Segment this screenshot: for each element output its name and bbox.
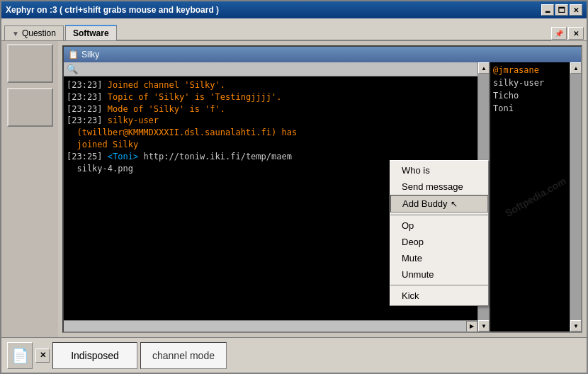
context-menu-unmute[interactable]: Unmute xyxy=(390,266,488,283)
user-list: @jmrasane silky-user Ticho Toni xyxy=(490,62,581,332)
tab-software[interactable]: Software xyxy=(65,25,117,40)
close-item-button[interactable]: ✕ xyxy=(35,348,50,363)
outer-layout: 📋 Silky 🔍 [23:23] Joine xyxy=(1,41,587,337)
tab-software-label: Software xyxy=(73,28,109,38)
userlist-scroll-up[interactable]: ▲ xyxy=(570,62,581,74)
context-menu-mute[interactable]: Mute xyxy=(390,250,488,266)
chat-line-1: [23:23] Joined channel 'Silky'. xyxy=(67,79,475,91)
content-area: 📋 Silky 🔍 [23:23] Joine xyxy=(1,41,587,337)
scroll-down-btn[interactable]: ▼ xyxy=(478,320,490,332)
scroll-right-btn[interactable]: ▶ xyxy=(466,321,477,332)
tab-label: Question xyxy=(22,28,56,38)
context-menu-send-message[interactable]: Send message xyxy=(390,178,488,195)
chat-line-3: [23:23] Mode of 'Silky' is 'f'. xyxy=(67,103,475,115)
chat-line-4: [23:23] silky-user (twillber@KMMMDXXXII.… xyxy=(67,115,475,150)
context-menu-sep-1 xyxy=(390,215,488,215)
inner-title-text: Silky xyxy=(81,50,99,60)
icon-panel-2 xyxy=(7,88,53,127)
context-menu-kick[interactable]: Kick xyxy=(390,288,488,304)
bottom-toolbar: 📄 ✕ Indisposed channel mode xyxy=(1,337,587,373)
user-list-container: Softpedia.com @jmrasane silky-user Ticho… xyxy=(489,62,581,332)
tab-arrow-icon: ▼ xyxy=(12,30,19,38)
pin-button[interactable]: 📌 xyxy=(551,27,567,40)
status-label[interactable]: Indisposed xyxy=(52,342,137,369)
document-icon: 📄 xyxy=(11,347,29,364)
user-list-item: silky-user xyxy=(492,76,579,89)
channel-mode-text: channel mode xyxy=(152,350,215,361)
inner-window: 📋 Silky 🔍 [23:23] Joine xyxy=(62,45,582,333)
userlist-scrollbar-thumb xyxy=(570,74,581,320)
tab-close-button[interactable]: ✕ xyxy=(568,27,584,40)
tab-questions[interactable]: ▼ Question xyxy=(4,26,64,40)
inner-title-icon: 📋 xyxy=(68,50,79,60)
minimize-button[interactable]: 🗕 xyxy=(541,4,554,16)
inner-content: 🔍 [23:23] Joined channel 'Silky'. [23:23… xyxy=(64,62,581,332)
title-bar-text: Xephyr on :3 ( ctrl+shift grabs mouse an… xyxy=(6,5,219,15)
left-icons-panel xyxy=(1,41,58,337)
userlist-scroll-down[interactable]: ▼ xyxy=(570,320,581,332)
context-menu-op[interactable]: Op xyxy=(390,217,488,234)
context-menu-sep-2 xyxy=(390,285,488,285)
search-icon[interactable]: 🔍 xyxy=(67,64,78,74)
status-label-text: Indisposed xyxy=(71,350,119,361)
context-menu-who-is[interactable]: Who is xyxy=(390,162,488,178)
inner-title-bar: 📋 Silky xyxy=(64,47,581,62)
user-list-item: @jmrasane xyxy=(492,64,579,76)
title-bar: Xephyr on :3 ( ctrl+shift grabs mouse an… xyxy=(1,1,587,18)
channel-mode-label: channel mode xyxy=(140,342,227,369)
close-button[interactable]: ✕ xyxy=(570,4,582,16)
tab-bar: ▼ Question Software 📌 ✕ xyxy=(1,18,587,41)
context-menu: Who is Send message Add Buddy ↖ Op Deop … xyxy=(390,160,489,306)
icon-panel-1 xyxy=(7,44,53,83)
add-buddy-label: Add Buddy xyxy=(402,198,448,209)
context-menu-add-buddy[interactable]: Add Buddy ↖ xyxy=(390,195,488,212)
close-icon: ✕ xyxy=(40,351,46,360)
user-list-item: Toni xyxy=(492,102,579,115)
chat-line-2: [23:23] Topic of 'Silky' is 'Testingjjjj… xyxy=(67,91,475,103)
scroll-up-btn[interactable]: ▲ xyxy=(478,62,490,74)
user-list-scrollbar[interactable]: ▲ ▼ xyxy=(570,62,581,332)
new-item-button[interactable]: 📄 xyxy=(7,342,33,369)
context-menu-deop[interactable]: Deop xyxy=(390,234,488,250)
horizontal-scrollbar[interactable]: ▶ xyxy=(64,320,477,332)
main-window: Xephyr on :3 ( ctrl+shift grabs mouse an… xyxy=(0,0,588,374)
cursor-icon: ↖ xyxy=(451,199,458,209)
user-list-item: Ticho xyxy=(492,89,579,102)
maximize-button[interactable]: 🗖 xyxy=(555,4,568,16)
title-bar-buttons: 🗕 🗖 ✕ xyxy=(541,4,582,16)
